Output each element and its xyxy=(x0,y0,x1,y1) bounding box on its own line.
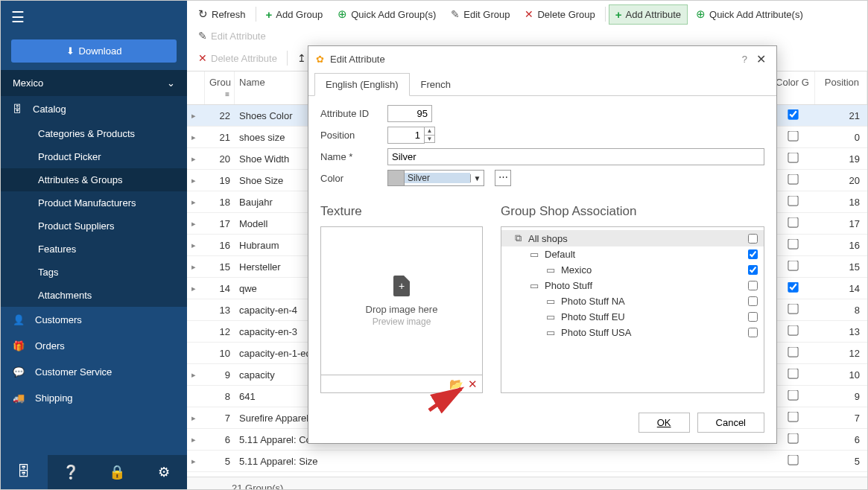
nav-customers[interactable]: 👤Customers xyxy=(1,307,187,333)
nav-shipping[interactable]: 🚚Shipping xyxy=(1,385,187,411)
expand-icon[interactable]: ▸ xyxy=(187,154,205,164)
sidebar-item-attachments[interactable]: Attachments xyxy=(1,284,187,307)
color-group-checkbox[interactable] xyxy=(788,390,798,401)
attribute-id-input[interactable] xyxy=(387,105,432,122)
color-group-checkbox[interactable] xyxy=(788,347,798,357)
shop-checkbox[interactable] xyxy=(748,312,758,322)
position-spinner[interactable]: ▲▼ xyxy=(425,127,435,143)
shop-checkbox[interactable] xyxy=(748,281,758,290)
cell-color-group[interactable] xyxy=(770,369,815,381)
color-group-checkbox[interactable] xyxy=(788,304,798,314)
color-group-checkbox[interactable] xyxy=(788,325,798,336)
color-group-checkbox[interactable] xyxy=(788,369,798,379)
color-more-button[interactable]: ⋯ xyxy=(495,170,511,186)
sidebar-item-product-manufacturers[interactable]: Product Manufacturers xyxy=(1,191,187,214)
expand-icon[interactable]: ▸ xyxy=(187,241,205,250)
shop-checkbox[interactable] xyxy=(748,249,758,259)
cell-color-group[interactable] xyxy=(770,153,815,165)
refresh-button[interactable]: Refresh xyxy=(191,4,253,25)
color-group-checkbox[interactable] xyxy=(788,455,798,465)
color-group-checkbox[interactable] xyxy=(788,109,798,120)
store-selector[interactable]: Mexico ⌄ xyxy=(1,70,187,96)
tab-english[interactable]: English (English) xyxy=(314,73,410,96)
shop-tree-item[interactable]: ▭Photo Stuff EU xyxy=(501,309,764,325)
spin-up-icon[interactable]: ▲ xyxy=(425,127,434,136)
color-group-checkbox[interactable] xyxy=(788,412,798,422)
quick-add-attributes-button[interactable]: Quick Add Attribute(s) xyxy=(689,4,810,25)
nav-customer-service[interactable]: 💬Customer Service xyxy=(1,359,187,385)
cell-color-group[interactable] xyxy=(770,304,815,316)
add-attribute-button[interactable]: Add Attribute xyxy=(609,4,688,25)
position-input[interactable] xyxy=(387,127,425,144)
cell-color-group[interactable] xyxy=(770,390,815,402)
cell-color-group[interactable] xyxy=(770,433,815,445)
cell-color-group[interactable] xyxy=(770,196,815,208)
shop-tree-item[interactable]: ⧉All shops xyxy=(501,230,764,246)
add-group-button[interactable]: Add Group xyxy=(259,4,330,25)
nav-catalog[interactable]: 🗄 Catalog xyxy=(1,96,187,122)
expand-icon[interactable]: ▸ xyxy=(187,111,205,121)
shop-checkbox[interactable] xyxy=(748,265,758,275)
cell-color-group[interactable] xyxy=(770,239,815,251)
col-position[interactable]: Position xyxy=(815,71,867,104)
cell-color-group[interactable] xyxy=(770,347,815,359)
expand-icon[interactable]: ▸ xyxy=(187,133,205,142)
remove-texture-icon[interactable]: ✕ xyxy=(468,378,478,391)
sidebar-item-product-picker[interactable]: Product Picker xyxy=(1,145,187,168)
shop-checkbox[interactable] xyxy=(748,296,758,306)
sidebar-item-features[interactable]: Features xyxy=(1,238,187,261)
nav-orders[interactable]: 🎁Orders xyxy=(1,333,187,359)
color-group-checkbox[interactable] xyxy=(788,196,798,206)
cell-color-group[interactable] xyxy=(770,261,815,273)
dropdown-icon[interactable]: ▼ xyxy=(470,174,484,182)
table-row[interactable]: ▸55.11 Apparel: Size5 xyxy=(187,451,867,472)
expand-icon[interactable]: ▸ xyxy=(187,435,205,445)
cell-color-group[interactable] xyxy=(770,282,815,294)
help-icon[interactable]: ❔ xyxy=(48,455,95,489)
sidebar-item-categories-products[interactable]: Categories & Products xyxy=(1,122,187,145)
shop-checkbox[interactable] xyxy=(748,328,758,337)
color-group-checkbox[interactable] xyxy=(788,433,798,444)
open-folder-icon[interactable]: 📂 xyxy=(449,378,463,391)
ok-button[interactable]: OK xyxy=(639,413,690,433)
cell-color-group[interactable] xyxy=(770,131,815,143)
name-input[interactable] xyxy=(387,148,764,165)
shop-tree[interactable]: ⧉All shops▭Default▭Mexico▭Photo Stuff▭Ph… xyxy=(501,226,764,393)
expand-icon[interactable]: ▸ xyxy=(187,176,205,185)
expand-icon[interactable]: ▸ xyxy=(187,197,205,207)
expand-icon[interactable]: ▸ xyxy=(187,370,205,380)
expand-icon[interactable]: ▸ xyxy=(187,456,205,466)
color-group-checkbox[interactable] xyxy=(788,261,798,271)
sidebar-item-tags[interactable]: Tags xyxy=(1,261,187,284)
expand-icon[interactable]: ▸ xyxy=(187,262,205,272)
shop-tree-item[interactable]: ▭Mexico xyxy=(501,262,764,278)
col-group-id[interactable]: Grou ≡ xyxy=(205,71,235,104)
cell-color-group[interactable] xyxy=(770,174,815,186)
expand-icon[interactable]: ▸ xyxy=(187,219,205,229)
cell-color-group[interactable] xyxy=(770,455,815,467)
cell-color-group[interactable] xyxy=(770,217,815,229)
expand-icon[interactable]: ▸ xyxy=(187,284,205,293)
dialog-titlebar[interactable]: ✿ Edit Attribute ? ✕ xyxy=(308,46,776,72)
cell-color-group[interactable] xyxy=(770,109,815,121)
spin-down-icon[interactable]: ▼ xyxy=(425,136,434,143)
shop-tree-item[interactable]: ▭Default xyxy=(501,246,764,262)
quick-add-groups-button[interactable]: Quick Add Group(s) xyxy=(331,4,443,25)
color-combo[interactable]: Silver ▼ xyxy=(387,170,484,186)
delete-group-button[interactable]: Delete Group xyxy=(518,4,601,24)
shop-tree-item[interactable]: ▭Photo Stuff NA xyxy=(501,293,764,309)
archive2-icon[interactable]: 🗄 xyxy=(1,455,48,489)
color-group-checkbox[interactable] xyxy=(788,217,798,228)
edit-group-button[interactable]: Edit Group xyxy=(444,4,516,24)
color-group-checkbox[interactable] xyxy=(788,239,798,249)
cancel-button[interactable]: Cancel xyxy=(697,413,764,433)
shop-checkbox[interactable] xyxy=(748,234,758,244)
expand-icon[interactable]: ▸ xyxy=(187,413,205,423)
col-color-group[interactable]: Color G xyxy=(770,71,815,104)
hamburger-icon[interactable]: ☰ xyxy=(1,1,187,34)
color-group-checkbox[interactable] xyxy=(788,153,798,163)
download-button[interactable]: ⬇ Download xyxy=(11,39,177,63)
close-icon[interactable]: ✕ xyxy=(753,52,769,66)
sidebar-item-product-suppliers[interactable]: Product Suppliers xyxy=(1,214,187,238)
shop-tree-item[interactable]: ▭Photo Stuff xyxy=(501,278,764,293)
